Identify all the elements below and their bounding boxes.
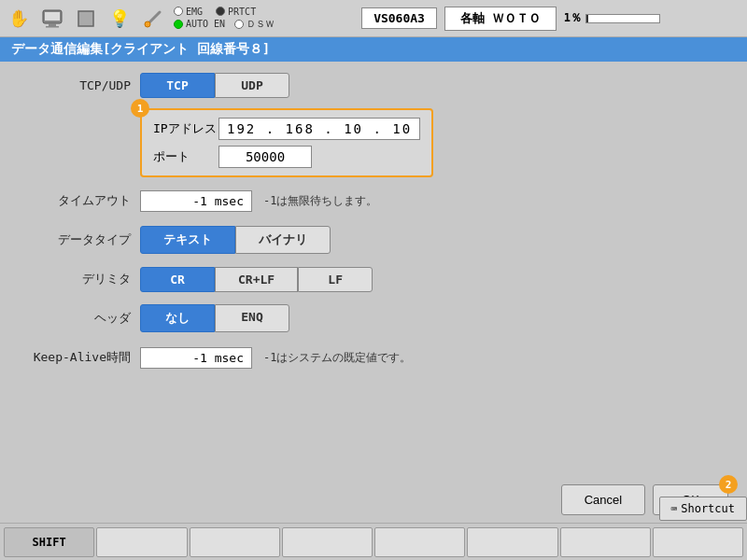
ip-port-form: 1 IPアドレス 192 . 168 . 10 . 10 ポート 50000 <box>140 108 728 177</box>
f7-button[interactable] <box>653 527 743 557</box>
delimiter-row: デリミタ CR CR+LF LF <box>19 263 728 295</box>
port-label: ポート <box>153 148 218 165</box>
tcp-udp-toggle: TCP UDP <box>140 73 289 98</box>
timeout-label: タイムアウト <box>19 192 140 209</box>
f3-button[interactable] <box>282 527 373 557</box>
f1-button[interactable] <box>96 527 187 557</box>
shortcut-button[interactable]: ⌨ Shortcut <box>659 497 747 521</box>
toolbar-center: VS060A3 各軸 ＷＯＴＯ 1％ <box>278 7 743 31</box>
keepalive-input[interactable]: -1 msec <box>140 347 252 369</box>
enq-button[interactable]: ENQ <box>215 304 289 332</box>
svg-rect-4 <box>78 11 93 26</box>
port-input[interactable]: 50000 <box>218 146 312 168</box>
timeout-row: タイムアウト -1 msec -1は無限待ちします。 <box>19 185 728 217</box>
cancel-button[interactable]: Cancel <box>561 484 645 515</box>
prtct-dot <box>216 7 225 16</box>
delimiter-label: デリミタ <box>19 271 140 287</box>
port-row: ポート 50000 <box>153 146 420 168</box>
crlf-button[interactable]: CR+LF <box>215 267 298 292</box>
keepalive-control: -1 msec -1はシステムの既定値です。 <box>140 347 728 369</box>
autoen-dot <box>174 20 183 29</box>
cr-button[interactable]: CR <box>140 267 215 292</box>
svg-point-6 <box>145 21 150 27</box>
progress-bar <box>585 14 660 23</box>
timeout-hint: -1は無限待ちします。 <box>263 193 377 209</box>
svg-rect-3 <box>46 26 59 28</box>
bulb-icon[interactable]: 💡 <box>105 4 134 34</box>
emg-indicator: EMG PRTCT AUTO EN ＤＳＷ <box>174 7 275 31</box>
f2-button[interactable] <box>190 527 280 557</box>
tool-icon[interactable] <box>138 4 168 34</box>
datatype-label: データタイプ <box>19 231 140 248</box>
shift-button[interactable]: SHIFT <box>4 527 94 557</box>
shortcut-icon: ⌨ <box>671 503 678 515</box>
timeout-control: -1 msec -1は無限待ちします。 <box>140 190 728 212</box>
ip-port-row: 1 IPアドレス 192 . 168 . 10 . 10 ポート 50000 <box>19 108 728 177</box>
percent-container: 1％ <box>564 10 660 26</box>
header-label: ヘッダ <box>19 310 140 327</box>
svg-rect-2 <box>49 23 56 26</box>
badge-2: 2 <box>719 475 738 494</box>
axis-badge: 各軸 ＷＯＴＯ <box>444 7 557 31</box>
tcp-button[interactable]: TCP <box>140 73 215 98</box>
f5-button[interactable] <box>467 527 557 557</box>
text-button[interactable]: テキスト <box>140 226 235 254</box>
header-toggle: なし ENQ <box>140 304 289 332</box>
content-area: TCP/UDP TCP UDP 1 IPアドレス 192 . 1 <box>0 62 747 523</box>
header-control: なし ENQ <box>140 304 728 332</box>
f4-button[interactable] <box>374 527 465 557</box>
datatype-row: データタイプ テキスト バイナリ <box>19 224 728 256</box>
header-row: ヘッダ なし ENQ <box>19 302 728 334</box>
form-section: TCP/UDP TCP UDP 1 IPアドレス 192 . 1 <box>0 62 747 388</box>
toolbar: ✋ 💡 EMG PRTCT <box>0 0 747 37</box>
delimiter-toggle: CR CR+LF LF <box>140 267 373 292</box>
lf-button[interactable]: LF <box>298 267 373 292</box>
f6-button[interactable] <box>560 527 651 557</box>
ip-label: IPアドレス <box>153 120 218 137</box>
datatype-control: テキスト バイナリ <box>140 226 728 254</box>
keepalive-hint: -1はシステムの既定値です。 <box>263 350 411 366</box>
delimiter-control: CR CR+LF LF <box>140 267 728 292</box>
nashi-button[interactable]: なし <box>140 304 215 332</box>
udp-button[interactable]: UDP <box>215 73 289 98</box>
ip-row: IPアドレス 192 . 168 . 10 . 10 <box>153 118 420 140</box>
fkey-bar: SHIFT <box>0 523 747 560</box>
datatype-toggle: テキスト バイナリ <box>140 226 331 254</box>
percent-text: 1％ <box>564 10 582 26</box>
progress-fill <box>586 15 588 22</box>
tp-icon[interactable] <box>37 4 67 34</box>
svg-rect-1 <box>45 12 60 21</box>
timeout-input[interactable]: -1 msec <box>140 190 252 212</box>
tcp-udp-row: TCP/UDP TCP UDP <box>19 69 728 101</box>
ip-input[interactable]: 192 . 168 . 10 . 10 <box>218 118 420 140</box>
page-title: データ通信編集[クライアント 回線番号８] <box>0 37 747 62</box>
binary-button[interactable]: バイナリ <box>235 226 331 254</box>
tcp-udp-label: TCP/UDP <box>19 78 140 92</box>
keepalive-row: Keep-Alive時間 -1 msec -1はシステムの既定値です。 <box>19 342 728 373</box>
hand-icon[interactable]: ✋ <box>4 4 34 34</box>
shortcut-label: Shortcut <box>681 502 735 515</box>
tcp-udp-control: TCP UDP <box>140 73 728 98</box>
badge-1: 1 <box>131 99 149 118</box>
ip-port-box: 1 IPアドレス 192 . 168 . 10 . 10 ポート 50000 <box>140 108 433 177</box>
keepalive-label: Keep-Alive時間 <box>19 349 140 366</box>
dsw-dot <box>234 20 244 29</box>
device-badge: VS060A3 <box>361 7 437 29</box>
square-icon[interactable] <box>71 4 101 34</box>
emg-dot <box>174 7 183 16</box>
